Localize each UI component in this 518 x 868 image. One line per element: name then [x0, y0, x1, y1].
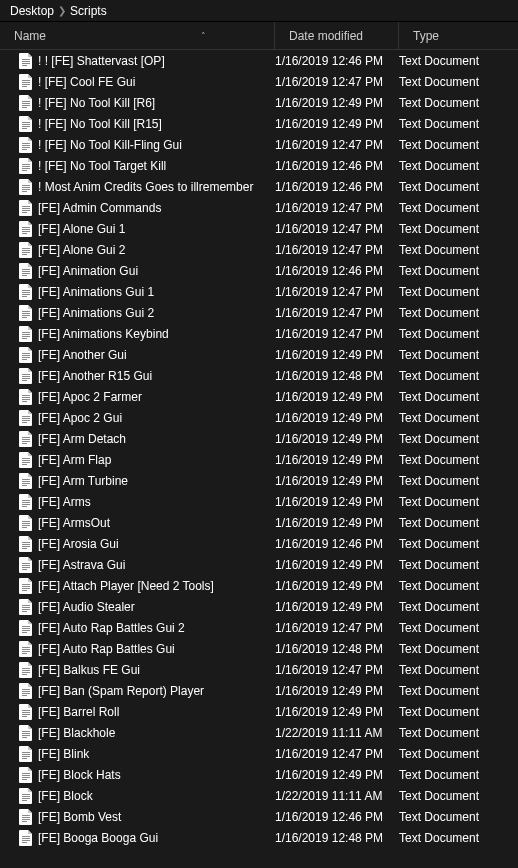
- file-row[interactable]: [FE] Admin Commands1/16/2019 12:47 PMTex…: [0, 197, 518, 218]
- file-row[interactable]: [FE] Bomb Vest1/16/2019 12:46 PMText Doc…: [0, 806, 518, 827]
- file-row[interactable]: ! [FE] No Tool Target Kill1/16/2019 12:4…: [0, 155, 518, 176]
- file-name: [FE] Block Hats: [38, 768, 121, 782]
- text-document-icon: [18, 179, 34, 195]
- file-row[interactable]: [FE] Apoc 2 Gui1/16/2019 12:49 PMText Do…: [0, 407, 518, 428]
- file-row[interactable]: [FE] Blink1/16/2019 12:47 PMText Documen…: [0, 743, 518, 764]
- file-row[interactable]: [FE] Balkus FE Gui1/16/2019 12:47 PMText…: [0, 659, 518, 680]
- svg-rect-40: [22, 269, 30, 270]
- svg-rect-12: [22, 122, 30, 123]
- column-type[interactable]: Type: [399, 22, 518, 49]
- file-type: Text Document: [399, 768, 518, 782]
- file-row[interactable]: [FE] Ban (Spam Report) Player1/16/2019 1…: [0, 680, 518, 701]
- file-name: [FE] Blackhole: [38, 726, 115, 740]
- svg-rect-47: [22, 296, 27, 297]
- file-row[interactable]: [FE] Animations Gui 21/16/2019 12:47 PMT…: [0, 302, 518, 323]
- file-type: Text Document: [399, 348, 518, 362]
- file-row[interactable]: [FE] Another Gui1/16/2019 12:49 PMText D…: [0, 344, 518, 365]
- file-row[interactable]: ! ! [FE] Shattervast [OP]1/16/2019 12:46…: [0, 50, 518, 71]
- svg-rect-125: [22, 712, 30, 713]
- svg-rect-120: [22, 689, 30, 690]
- file-name-cell: [FE] Alone Gui 1: [4, 221, 275, 237]
- svg-rect-36: [22, 248, 30, 249]
- file-row[interactable]: [FE] Arm Detach1/16/2019 12:49 PMText Do…: [0, 428, 518, 449]
- sort-ascending-icon: ˄: [201, 31, 206, 41]
- svg-rect-77: [22, 460, 30, 461]
- file-name-cell: [FE] Arms: [4, 494, 275, 510]
- file-date: 1/16/2019 12:49 PM: [275, 453, 399, 467]
- svg-rect-74: [22, 441, 30, 442]
- file-row[interactable]: [FE] Astrava Gui1/16/2019 12:49 PMText D…: [0, 554, 518, 575]
- file-row[interactable]: [FE] ArmsOut1/16/2019 12:49 PMText Docum…: [0, 512, 518, 533]
- breadcrumb-segment[interactable]: Scripts: [70, 4, 107, 18]
- breadcrumb[interactable]: Desktop ❯ Scripts: [0, 0, 518, 22]
- file-list[interactable]: ! ! [FE] Shattervast [OP]1/16/2019 12:46…: [0, 50, 518, 868]
- text-document-icon: [18, 746, 34, 762]
- file-row[interactable]: [FE] Animations Gui 11/16/2019 12:47 PMT…: [0, 281, 518, 302]
- file-row[interactable]: [FE] Block Hats1/16/2019 12:49 PMText Do…: [0, 764, 518, 785]
- file-row[interactable]: [FE] Booga Booga Gui1/16/2019 12:48 PMTe…: [0, 827, 518, 848]
- svg-rect-0: [22, 59, 30, 60]
- file-row[interactable]: [FE] Animation Gui1/16/2019 12:46 PMText…: [0, 260, 518, 281]
- file-row[interactable]: ! [FE] No Tool Kill-Fling Gui1/16/2019 1…: [0, 134, 518, 155]
- svg-rect-136: [22, 773, 30, 774]
- file-name-cell: [FE] Barrel Roll: [4, 704, 275, 720]
- file-name: [FE] Animations Gui 2: [38, 306, 154, 320]
- file-row[interactable]: [FE] Another R15 Gui1/16/2019 12:48 PMTe…: [0, 365, 518, 386]
- svg-rect-62: [22, 378, 30, 379]
- file-type: Text Document: [399, 285, 518, 299]
- file-row[interactable]: [FE] Animations Keybind1/16/2019 12:47 P…: [0, 323, 518, 344]
- file-row[interactable]: [FE] Arms1/16/2019 12:49 PMText Document: [0, 491, 518, 512]
- text-document-icon: [18, 326, 34, 342]
- file-row[interactable]: [FE] Arosia Gui1/16/2019 12:46 PMText Do…: [0, 533, 518, 554]
- svg-rect-31: [22, 212, 27, 213]
- file-type: Text Document: [399, 432, 518, 446]
- file-date: 1/16/2019 12:49 PM: [275, 516, 399, 530]
- file-row[interactable]: [FE] Arm Flap1/16/2019 12:49 PMText Docu…: [0, 449, 518, 470]
- svg-rect-20: [22, 164, 30, 165]
- file-name-cell: [FE] Auto Rap Battles Gui: [4, 641, 275, 657]
- file-name: [FE] Alone Gui 2: [38, 243, 125, 257]
- file-row[interactable]: ! [FE] No Tool Kill [R6]1/16/2019 12:49 …: [0, 92, 518, 113]
- text-document-icon: [18, 599, 34, 615]
- file-name-cell: [FE] Balkus FE Gui: [4, 662, 275, 678]
- file-row[interactable]: [FE] Auto Rap Battles Gui 21/16/2019 12:…: [0, 617, 518, 638]
- file-name-cell: [FE] Blackhole: [4, 725, 275, 741]
- file-name: ! [FE] No Tool Kill-Fling Gui: [38, 138, 182, 152]
- svg-rect-43: [22, 275, 27, 276]
- file-row[interactable]: [FE] Apoc 2 Farmer1/16/2019 12:49 PMText…: [0, 386, 518, 407]
- file-row[interactable]: ! Most Anim Credits Goes to illremember1…: [0, 176, 518, 197]
- file-row[interactable]: [FE] Attach Player [Need 2 Tools]1/16/20…: [0, 575, 518, 596]
- text-document-icon: [18, 767, 34, 783]
- file-date: 1/16/2019 12:47 PM: [275, 621, 399, 635]
- column-name[interactable]: Name ˄: [0, 22, 275, 49]
- file-name-cell: [FE] Booga Booga Gui: [4, 830, 275, 846]
- file-name: ! Most Anim Credits Goes to illremember: [38, 180, 253, 194]
- file-row[interactable]: ! [FE] Cool FE Gui1/16/2019 12:47 PMText…: [0, 71, 518, 92]
- file-type: Text Document: [399, 390, 518, 404]
- svg-rect-75: [22, 443, 27, 444]
- file-row[interactable]: [FE] Block1/22/2019 11:11 AMText Documen…: [0, 785, 518, 806]
- file-name-cell: ! [FE] Cool FE Gui: [4, 74, 275, 90]
- file-name-cell: [FE] Block Hats: [4, 767, 275, 783]
- file-row[interactable]: [FE] Alone Gui 11/16/2019 12:47 PMText D…: [0, 218, 518, 239]
- svg-rect-50: [22, 315, 30, 316]
- file-name: ! [FE] Cool FE Gui: [38, 75, 135, 89]
- file-row[interactable]: [FE] Blackhole1/22/2019 11:11 AMText Doc…: [0, 722, 518, 743]
- file-row[interactable]: ! [FE] No Tool Kill [R15]1/16/2019 12:49…: [0, 113, 518, 134]
- file-row[interactable]: [FE] Barrel Roll1/16/2019 12:49 PMText D…: [0, 701, 518, 722]
- file-row[interactable]: [FE] Alone Gui 21/16/2019 12:47 PMText D…: [0, 239, 518, 260]
- file-row[interactable]: [FE] Auto Rap Battles Gui1/16/2019 12:48…: [0, 638, 518, 659]
- file-row[interactable]: [FE] Audio Stealer1/16/2019 12:49 PMText…: [0, 596, 518, 617]
- file-type: Text Document: [399, 411, 518, 425]
- file-name-cell: [FE] Block: [4, 788, 275, 804]
- file-name: [FE] Bomb Vest: [38, 810, 121, 824]
- column-date-label: Date modified: [289, 29, 363, 43]
- file-row[interactable]: [FE] Arm Turbine1/16/2019 12:49 PMText D…: [0, 470, 518, 491]
- breadcrumb-segment[interactable]: Desktop: [10, 4, 54, 18]
- column-date[interactable]: Date modified: [275, 22, 399, 49]
- file-name: [FE] Animations Keybind: [38, 327, 169, 341]
- svg-rect-132: [22, 752, 30, 753]
- file-date: 1/16/2019 12:49 PM: [275, 705, 399, 719]
- file-type: Text Document: [399, 579, 518, 593]
- svg-rect-135: [22, 758, 27, 759]
